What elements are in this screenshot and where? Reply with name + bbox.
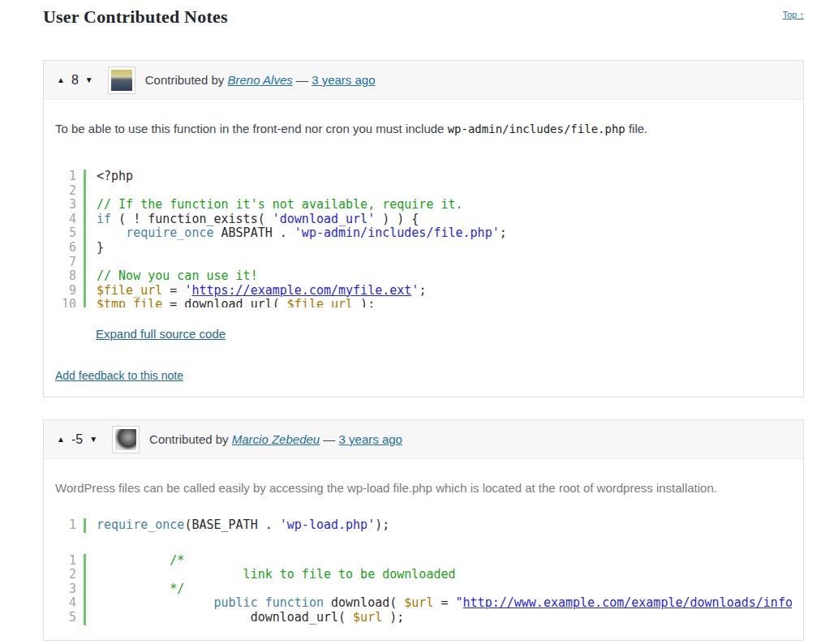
code-token: = download_url(	[162, 297, 287, 307]
code-token: function	[265, 595, 324, 610]
code-token: <?php	[97, 170, 133, 183]
code-token: // If the function it's not available, r…	[97, 197, 463, 212]
code-text	[86, 255, 97, 270]
code-block: 1 /*2 link to file to be downloaded3 */4…	[55, 554, 792, 625]
code-line: 5 require_once ABSPATH . 'wp-admin/inclu…	[55, 226, 792, 241]
paragraph-text: To be able to use this function in the f…	[55, 122, 448, 135]
code-token: ;	[500, 225, 507, 240]
code-token: }	[97, 240, 104, 255]
avatar-image	[115, 429, 136, 450]
code-text: $file_url = 'https://example.com/myfile.…	[86, 284, 426, 298]
code-text: link to file to be downloaded	[86, 568, 456, 582]
code-line: 9$file_url = 'https://example.com/myfile…	[55, 284, 792, 298]
vote-widget: ▲ -5 ▼	[57, 432, 97, 447]
avatar-image	[111, 70, 132, 91]
code-text: require_once(BASE_PATH . 'wp-load.php');	[86, 518, 389, 533]
code-token: download(	[324, 595, 404, 610]
note-breno-alves: ▲ 8 ▼ Contributed by Breno Alves — 3 yea…	[43, 60, 804, 397]
code-url-link[interactable]: http://www.example.com/example/downloads…	[463, 595, 792, 610]
code-token: $url	[353, 610, 382, 625]
author-link[interactable]: Breno Alves	[227, 73, 292, 87]
code-token	[258, 595, 265, 610]
section-header: User Contributed Notes Top ↑	[43, 0, 804, 28]
paragraph-text: file.	[625, 122, 648, 135]
code-line: 10$tmp_file = download_url( $file_url );	[55, 298, 792, 307]
code-line: 2	[55, 184, 792, 199]
code-token: // Now you can use it!	[97, 268, 258, 283]
code-token: $url	[404, 595, 433, 610]
code-token: );	[375, 518, 389, 532]
line-number: 4	[55, 213, 86, 227]
byline-separator: —	[323, 432, 335, 446]
vote-widget: ▲ 8 ▼	[57, 73, 93, 88]
code-line: 1 /*	[55, 554, 792, 569]
byline-separator: —	[296, 73, 308, 87]
code-text: }	[86, 241, 104, 255]
avatar	[108, 67, 135, 94]
code-text: download_url( $url );	[86, 611, 404, 625]
note-header: ▲ -5 ▼ Contributed by Marcio Zebedeu — 3…	[44, 420, 803, 459]
author-link[interactable]: Marcio Zebedeu	[232, 432, 320, 446]
code-token: ABSPATH .	[214, 225, 294, 240]
line-number: 2	[55, 568, 86, 582]
vote-down-icon[interactable]: ▼	[89, 436, 97, 444]
code-line: 2 link to file to be downloaded	[55, 568, 792, 582]
line-number: 2	[55, 184, 86, 199]
top-link[interactable]: Top ↑	[783, 10, 804, 19]
line-number: 10	[55, 298, 86, 307]
code-url-link[interactable]: https://example.com/myfile.ext	[191, 283, 411, 298]
note-header: ▲ 8 ▼ Contributed by Breno Alves — 3 yea…	[44, 61, 803, 100]
code-token: $file_url	[287, 297, 353, 307]
code-token: =	[162, 283, 184, 298]
code-text: if ( ! function_exists( 'download_url' )…	[86, 213, 419, 227]
line-number: 3	[55, 198, 86, 213]
code-line: 6}	[55, 241, 792, 255]
contributed-by-label: Contributed by	[149, 432, 229, 446]
code-token: =	[433, 595, 455, 610]
code-line: 1require_once(BASE_PATH . 'wp-load.php')…	[55, 518, 792, 533]
code-text: // If the function it's not available, r…	[86, 198, 463, 213]
code-text: require_once ABSPATH . 'wp-admin/include…	[86, 226, 507, 241]
vote-down-icon[interactable]: ▼	[85, 76, 93, 84]
vote-up-icon[interactable]: ▲	[57, 436, 65, 444]
code-token: ( ! function_exists(	[111, 212, 273, 226]
code-block: 1<?php23// If the function it's not avai…	[55, 170, 792, 307]
code-text	[86, 184, 97, 199]
line-number: 1	[55, 170, 86, 184]
line-number: 5	[55, 611, 86, 625]
contributed-by-label: Contributed by	[145, 73, 225, 87]
code-text: /*	[86, 554, 184, 569]
code-block: 1require_once(BASE_PATH . 'wp-load.php')…	[55, 518, 792, 533]
expand-source-link[interactable]: Expand full source code	[96, 327, 226, 341]
code-token: "	[456, 595, 463, 610]
line-number: 1	[55, 518, 86, 533]
code-line: 8// Now you can use it!	[55, 269, 792, 284]
code-token: );	[382, 610, 404, 625]
line-number: 8	[55, 269, 86, 284]
code-token: (BASE_PATH .	[184, 518, 279, 532]
vote-up-icon[interactable]: ▲	[57, 76, 65, 84]
code-line: 7	[55, 255, 792, 270]
code-token	[97, 595, 214, 610]
code-token: 'wp-admin/includes/file.php'	[294, 225, 500, 240]
line-number: 4	[55, 596, 86, 611]
code-text: // Now you can use it!	[86, 269, 258, 284]
code-line: 4 public function download( $url = "http…	[55, 596, 792, 611]
avatar	[112, 426, 140, 453]
timestamp-link[interactable]: 3 years ago	[339, 432, 402, 446]
code-token: );	[353, 297, 375, 307]
code-line: 1<?php	[55, 170, 792, 184]
code-token: */	[97, 582, 184, 596]
line-number: 6	[55, 241, 86, 255]
inline-code: wp-admin/includes/file.php	[448, 122, 625, 135]
code-token: download_url(	[251, 610, 353, 625]
code-line: 3// If the function it's not available, …	[55, 198, 792, 213]
byline: Contributed by Breno Alves — 3 years ago	[145, 73, 376, 87]
note-paragraph: WordPress files can be called easily by …	[55, 479, 792, 497]
code-token: require_once	[126, 225, 213, 240]
line-number: 5	[55, 226, 86, 241]
add-feedback-link[interactable]: Add feedback to this note	[55, 369, 792, 382]
code-token: require_once	[97, 518, 184, 532]
line-number: 9	[55, 284, 86, 298]
timestamp-link[interactable]: 3 years ago	[312, 73, 375, 87]
